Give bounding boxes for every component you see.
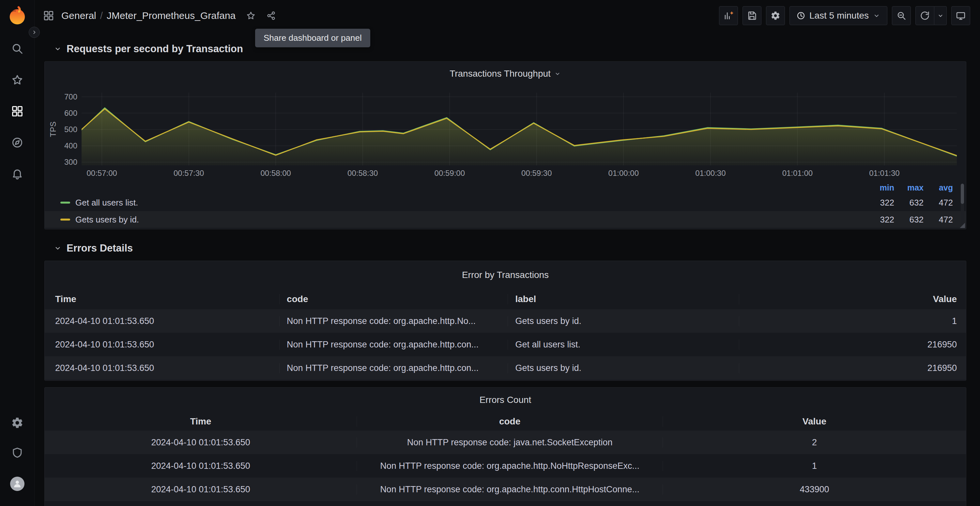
series-color-swatch [60,219,70,221]
section-title: Requests per second by Transaction [67,43,243,55]
cell-code: Non HTTP response code: org.apache.http.… [357,461,663,471]
share-icon[interactable] [266,11,276,21]
explore-compass-icon[interactable] [11,136,24,149]
top-bar: General / JMeter_Prometheus_Grafana Last… [35,0,980,31]
star-dashboard-icon[interactable] [246,11,256,21]
dashboards-icon[interactable] [11,105,24,118]
throughput-line-chart [81,93,957,165]
save-dashboard-button[interactable] [743,6,761,25]
user-avatar[interactable] [10,477,24,491]
column-header-label[interactable]: label [508,294,739,304]
cell-code: Non HTTP response code: org.apache.http.… [357,484,663,495]
x-tick-label: 01:00:00 [608,169,639,178]
legend-avg-value: 472 [924,198,953,208]
chevron-down-icon [937,12,944,19]
legend-sort-avg[interactable]: avg [924,183,953,193]
zoom-out-icon [896,11,906,21]
panel-title-text: Errors Count [480,395,531,405]
column-header-value[interactable]: Value [739,294,966,304]
x-tick-label: 00:58:00 [261,169,291,178]
refresh-interval-button[interactable] [934,6,947,25]
dashboard-settings-button[interactable] [766,6,785,25]
legend-min-value: 322 [865,198,894,208]
angle-right-icon [31,29,38,35]
panel-title-menu[interactable]: Error by Transactions [45,261,966,289]
configuration-gear-icon[interactable] [11,417,24,429]
cell-time: 2024-04-10 01:01:53.650 [45,438,357,448]
grafana-logo[interactable] [7,6,27,26]
x-tick-label: 00:57:30 [173,169,204,178]
table-row: 2024-04-10 01:01:53.650 Non HTTP respons… [45,431,966,454]
y-axis-labels: 300400500600700 [45,93,77,165]
refresh-button[interactable] [915,6,934,25]
cell-label: Get all users list. [508,340,739,350]
legend-scrollbar-thumb[interactable] [961,184,964,204]
legend-sort-max[interactable]: max [894,183,924,193]
cell-value: 216950 [739,340,966,350]
cell-code: Non HTTP response code: org.apache.http.… [280,316,508,326]
time-range-picker[interactable]: Last 5 minutes [789,6,887,25]
column-header-value[interactable]: Value [663,416,966,427]
legend-series-label[interactable]: Get all users list. [60,198,865,208]
expand-sidebar-button[interactable] [29,27,40,38]
series-color-swatch [60,202,70,204]
chart-legend: min max avg Get all users list. 322 632 … [45,181,966,228]
dashboard-content: Requests per second by Transaction Trans… [35,31,980,506]
add-panel-button[interactable] [719,6,738,25]
panel-title-text: Transactions Throughput [450,68,550,79]
cell-time: 2024-04-10 01:01:53.650 [45,363,280,373]
cell-time: 2024-04-10 01:01:53.650 [45,316,280,326]
table-row: 2024-04-10 01:01:53.650 Non HTTP respons… [45,309,966,333]
chart-plot-area[interactable] [81,93,957,165]
breadcrumb-dashboard-title[interactable]: JMeter_Prometheus_Grafana [107,10,235,21]
save-icon [747,11,757,21]
legend-sort-min[interactable]: min [865,183,894,193]
column-header-code[interactable]: code [357,416,663,427]
cell-time: 2024-04-10 01:01:53.650 [45,484,357,495]
table-row: 2024-04-10 01:01:53.650 Non HTTP respons… [45,454,966,477]
x-tick-label: 00:58:30 [347,169,378,178]
refresh-split-button [915,6,947,25]
admin-shield-icon[interactable] [11,447,24,459]
panel-resize-handle[interactable] [960,223,965,228]
column-header-code[interactable]: code [280,294,508,304]
refresh-icon [920,11,930,21]
column-header-time[interactable]: Time [45,294,280,304]
section-requests-header[interactable]: Requests per second by Transaction [45,38,966,61]
error-by-transactions-table: Time code label Value 2024-04-10 01:01:5… [45,289,966,380]
table-row: 2024-04-10 01:01:53.650 Non HTTP respons… [45,333,966,356]
cycle-view-mode-button[interactable] [951,6,970,25]
panel-transactions-throughput: Transactions Throughput TPS 300400500600… [45,61,966,229]
chevron-down-icon [554,70,561,77]
panel-title-menu[interactable]: Transactions Throughput [45,62,966,86]
cell-value: 1 [663,461,966,471]
breadcrumb-separator: / [100,10,103,21]
zoom-out-button[interactable] [892,6,911,25]
y-tick-label: 400 [64,141,77,150]
legend-row: Gets users by id. 322 632 472 [45,211,966,228]
y-tick-label: 300 [64,158,77,167]
y-tick-label: 500 [64,125,77,134]
apps-grid-icon[interactable] [43,10,54,21]
panel-title-menu[interactable]: Errors Count [45,388,966,412]
legend-row: Get all users list. 322 632 472 [45,194,966,211]
cell-label: Gets users by id. [508,316,739,326]
cell-value: 216950 [739,363,966,373]
y-tick-label: 600 [64,109,77,118]
sidebar-bottom [10,417,24,491]
breadcrumb-folder[interactable]: General [61,10,96,21]
time-range-label: Last 5 minutes [810,10,869,21]
legend-min-value: 322 [865,215,894,225]
section-errors-header[interactable]: Errors Details [45,237,966,261]
y-tick-label: 700 [64,92,77,102]
chart-body: TPS 300400500600700 00:57:0000:57:3000:5… [45,86,966,229]
alerting-bell-icon[interactable] [11,168,24,180]
chevron-down-icon [54,45,62,53]
starred-icon[interactable] [11,74,24,86]
clock-icon [796,11,805,20]
sidebar [0,0,35,506]
search-icon[interactable] [11,42,24,55]
column-header-time[interactable]: Time [45,416,357,427]
legend-series-label[interactable]: Gets users by id. [60,215,865,225]
gear-icon [770,11,780,21]
